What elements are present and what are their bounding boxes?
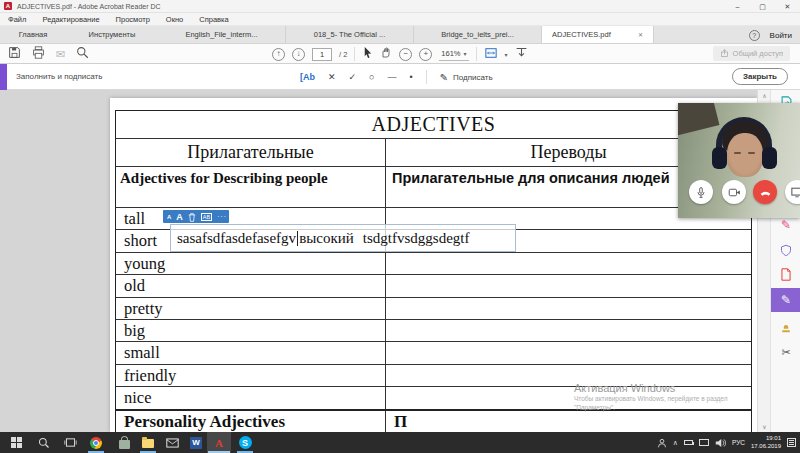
text-annotation-input[interactable]: sasafsdfasdefasefgv высокий tsdgtfvsdggs… <box>170 224 516 252</box>
main-toolbar: ✉ ↑ ↓ 1 / 2 − + 161% ▾ <box>0 44 800 64</box>
taskbar-store-button[interactable] <box>112 432 136 453</box>
taskbar-explorer-button[interactable] <box>136 432 160 453</box>
tab-tools[interactable]: Инструменты <box>66 26 158 43</box>
task-view-button[interactable] <box>58 432 82 453</box>
x-mark-icon[interactable]: ✕ <box>328 72 336 82</box>
trash-icon[interactable] <box>188 208 196 226</box>
save-icon[interactable] <box>8 45 21 63</box>
end-call-button[interactable] <box>753 180 777 204</box>
taskbar-skype-button[interactable]: S <box>233 432 257 453</box>
create-pdf-icon[interactable] <box>771 264 800 284</box>
start-button[interactable] <box>4 432 28 453</box>
fill-sign-close-button[interactable]: Закрыть <box>732 68 788 85</box>
chrome-icon <box>90 437 102 449</box>
menu-file[interactable]: Файл <box>0 15 34 24</box>
minimize-button[interactable]: – <box>725 0 750 13</box>
page-scrolling-icon[interactable] <box>515 45 528 63</box>
tab-doc-1[interactable]: English_File_interm... <box>158 26 286 43</box>
taskbar-chrome-button[interactable] <box>84 432 108 453</box>
tabbar-right: ? Войти <box>749 26 792 44</box>
zoom-level-dropdown[interactable]: 161% ▾ <box>439 47 468 61</box>
language-indicator[interactable]: РУС <box>732 439 745 446</box>
checkmark-icon[interactable]: ✓ <box>349 72 357 82</box>
empty-cell <box>386 342 751 363</box>
more-tools-icon[interactable]: ✂ <box>771 342 800 362</box>
screen-share-button[interactable] <box>785 180 800 204</box>
help-icon[interactable]: ? <box>749 30 760 41</box>
ab-style-icon[interactable]: AB <box>201 213 212 221</box>
menu-view[interactable]: Просмотр <box>108 15 158 24</box>
word-cell: nice <box>116 387 386 408</box>
edit-pdf-icon[interactable]: ✎ <box>771 215 800 235</box>
network-icon[interactable] <box>699 439 709 446</box>
tab-home[interactable]: Главная <box>0 26 66 43</box>
word-cell: friendly <box>116 365 386 386</box>
share-icon <box>720 49 729 58</box>
protect-icon[interactable] <box>771 240 800 260</box>
taskbar-search-button[interactable] <box>32 432 56 453</box>
tab-doc-2[interactable]: 018_5- The Official ... <box>286 26 414 43</box>
zoom-out-icon[interactable]: − <box>399 48 412 61</box>
action-center-icon[interactable] <box>787 438 796 447</box>
taskbar-mail-button[interactable] <box>160 432 184 453</box>
tab-active-adjectives[interactable]: ADJECTIVES.pdf ✕ <box>542 26 654 43</box>
close-button[interactable]: ✕ <box>775 0 800 13</box>
annotation-mini-toolbar: A A AB ··· <box>163 210 229 223</box>
menu-edit[interactable]: Редактирование <box>34 15 107 24</box>
fit-width-caret-icon[interactable]: ▾ <box>505 51 508 58</box>
person-eye <box>748 152 755 154</box>
title-bar: A ADJECTIVES.pdf - Adobe Acrobat Reader … <box>0 0 800 13</box>
tab-active-label: ADJECTIVES.pdf <box>552 30 611 39</box>
search-icon[interactable] <box>76 45 89 63</box>
tab-close-icon[interactable]: ✕ <box>638 31 643 38</box>
font-bigger-icon[interactable]: A <box>176 212 183 222</box>
hand-tool-icon[interactable] <box>380 45 392 63</box>
task-view-icon <box>64 437 77 448</box>
zoom-in-icon[interactable]: + <box>419 48 432 61</box>
taskbar-clock[interactable]: 19:01 17.06.2019 <box>751 435 781 451</box>
video-background-corner <box>678 103 719 136</box>
camera-button[interactable] <box>722 180 746 204</box>
taskbar-word-button[interactable]: W <box>184 432 208 453</box>
table-title: ADJECTIVES <box>116 111 751 138</box>
circle-annotation-icon[interactable]: ○ <box>369 72 374 82</box>
people-icon[interactable] <box>657 438 667 448</box>
taskbar-acrobat-button[interactable]: A <box>207 432 231 453</box>
person-eye <box>734 152 741 154</box>
fit-width-icon[interactable] <box>484 45 498 63</box>
print-icon[interactable] <box>32 45 45 63</box>
mute-mic-button[interactable] <box>689 180 713 204</box>
page-down-icon[interactable]: ↓ <box>292 48 305 61</box>
hidden-icons-chevron[interactable]: ∧ <box>673 439 678 447</box>
volume-icon[interactable] <box>715 438 726 448</box>
share-button[interactable]: Общий доступ <box>713 46 790 61</box>
sign-button[interactable]: ✎ Подписать <box>440 72 493 83</box>
screen-share-icon <box>791 187 800 198</box>
dot-annotation-icon[interactable]: • <box>410 72 413 82</box>
pdf-page: ADJECTIVES Прилагательные Переводы Adjec… <box>110 98 757 432</box>
signin-button[interactable]: Войти <box>770 31 792 40</box>
line-annotation-icon[interactable]: — <box>388 72 397 82</box>
menu-help[interactable]: Справка <box>191 15 236 24</box>
menu-window[interactable]: Окно <box>158 15 191 24</box>
email-icon[interactable]: ✉ <box>56 48 65 61</box>
tab-bar: Главная Инструменты English_File_interm.… <box>0 26 800 44</box>
page-number-input[interactable]: 1 <box>312 48 332 61</box>
add-text-icon[interactable]: [Ab <box>300 72 315 82</box>
stamp-icon[interactable] <box>771 318 800 338</box>
empty-cell <box>386 275 751 296</box>
battery-icon[interactable] <box>684 440 693 445</box>
select-cursor-icon[interactable] <box>362 45 373 63</box>
more-options-icon[interactable]: ··· <box>217 213 227 220</box>
maximize-button[interactable]: ▢ <box>750 0 775 13</box>
page-up-icon[interactable]: ↑ <box>272 48 285 61</box>
tab-doc-3[interactable]: Bridge_to_ielts_prei... <box>414 26 542 43</box>
toolbar-left-group: ✉ <box>8 44 89 64</box>
toolbar-separator <box>354 47 355 61</box>
page-total-label: / 2 <box>339 50 347 59</box>
end-call-icon <box>759 186 772 199</box>
fill-sign-accent-strip <box>0 64 7 90</box>
font-smaller-icon[interactable]: A <box>167 214 171 220</box>
table-row: old <box>116 274 751 296</box>
fill-sign-tool-icon[interactable]: ✎ <box>771 288 800 312</box>
